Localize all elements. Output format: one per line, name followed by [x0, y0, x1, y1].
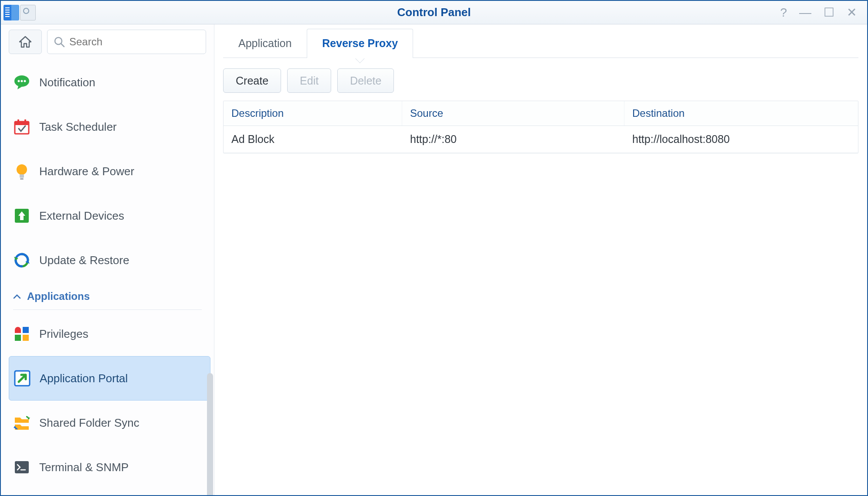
home-icon: [19, 36, 32, 48]
sidebar-item-label: Privileges: [39, 327, 88, 341]
sidebar-item-hardware-power[interactable]: Hardware & Power: [1, 149, 214, 194]
sidebar-item-external-devices[interactable]: External Devices: [1, 194, 214, 238]
svg-rect-16: [23, 335, 29, 341]
sidebar-item-label: Shared Folder Sync: [39, 416, 139, 430]
tab-reverse-proxy[interactable]: Reverse Proxy: [307, 29, 413, 58]
col-destination[interactable]: Destination: [624, 101, 858, 126]
cell-source: http://*:80: [402, 126, 624, 153]
toolbar: Create Edit Delete: [214, 58, 858, 101]
help-icon[interactable]: ?: [780, 7, 787, 19]
svg-point-4: [21, 80, 23, 82]
titlebar-app-icons: [1, 5, 36, 20]
lightbulb-icon: [13, 163, 31, 180]
svg-rect-15: [15, 335, 21, 341]
tab-application[interactable]: Application: [223, 29, 307, 58]
svg-point-5: [24, 80, 26, 82]
sidebar: Notification Task Scheduler Hardware & P…: [1, 24, 214, 495]
svg-rect-9: [24, 119, 26, 123]
home-button[interactable]: [9, 30, 42, 54]
col-source[interactable]: Source: [402, 101, 624, 126]
close-icon[interactable]: ✕: [847, 7, 857, 19]
svg-rect-7: [15, 122, 29, 125]
search-icon: [54, 36, 65, 48]
search-input[interactable]: [69, 36, 200, 48]
svg-point-3: [18, 80, 20, 82]
svg-rect-8: [17, 119, 19, 123]
titlebar: Control Panel ? — ☐ ✕: [1, 1, 867, 24]
calendar-check-icon: [13, 118, 31, 136]
sidebar-item-shared-folder-sync[interactable]: Shared Folder Sync: [1, 401, 214, 445]
svg-line-1: [61, 44, 64, 47]
reverse-proxy-grid: Description Source Destination Ad Block …: [223, 101, 858, 153]
sidebar-item-update-restore[interactable]: Update & Restore: [1, 238, 214, 282]
shortcut-icon: [14, 370, 31, 387]
privileges-icon: [13, 325, 31, 343]
sidebar-item-application-portal[interactable]: Application Portal: [9, 356, 210, 401]
folder-sync-icon: [13, 414, 31, 431]
sidebar-list: Notification Task Scheduler Hardware & P…: [1, 60, 214, 495]
sidebar-item-label: Hardware & Power: [39, 165, 134, 178]
svg-rect-17: [16, 330, 20, 333]
sidebar-item-label: External Devices: [39, 209, 124, 223]
svg-rect-19: [15, 461, 29, 473]
control-panel-window: Control Panel ? — ☐ ✕: [0, 0, 868, 496]
scrollbar-thumb[interactable]: [207, 373, 213, 495]
sidebar-item-label: Application Portal: [40, 372, 128, 385]
sidebar-item-terminal-snmp[interactable]: Terminal & SNMP: [1, 445, 214, 489]
search-field[interactable]: [47, 30, 206, 54]
edit-button[interactable]: Edit: [287, 68, 331, 93]
maximize-icon[interactable]: ☐: [824, 7, 834, 19]
sidebar-section-applications[interactable]: Applications: [1, 282, 214, 307]
col-description[interactable]: Description: [224, 101, 402, 126]
window-controls: ? — ☐ ✕: [780, 7, 867, 19]
section-divider: [13, 309, 202, 310]
tab-label: Application: [238, 37, 292, 49]
grid-header: Description Source Destination: [224, 101, 858, 126]
sidebar-item-label: Terminal & SNMP: [39, 461, 129, 474]
terminal-icon: [13, 459, 31, 476]
sidebar-item-label: Notification: [39, 76, 95, 89]
cell-description: Ad Block: [224, 126, 402, 153]
main-content: Application Reverse Proxy Create Edit De…: [214, 24, 867, 495]
delete-button[interactable]: Delete: [337, 68, 394, 93]
table-row[interactable]: Ad Block http://*:80 http://localhost:80…: [224, 126, 858, 153]
sidebar-item-label: Update & Restore: [39, 254, 129, 267]
refresh-icon: [13, 251, 31, 269]
sidebar-item-task-scheduler[interactable]: Task Scheduler: [1, 105, 214, 149]
speech-bubble-icon: [13, 74, 31, 91]
sidebar-item-label: Task Scheduler: [39, 120, 117, 134]
tab-label: Reverse Proxy: [322, 37, 398, 49]
minimize-icon[interactable]: —: [799, 7, 811, 19]
svg-rect-14: [23, 327, 29, 333]
svg-rect-11: [20, 174, 24, 178]
cell-destination: http://localhost:8080: [624, 126, 858, 153]
chevron-up-icon: [13, 294, 21, 299]
sidebar-item-notification[interactable]: Notification: [1, 60, 214, 105]
app-icon-settings: [20, 5, 36, 20]
svg-point-10: [17, 164, 27, 175]
sidebar-item-privileges[interactable]: Privileges: [1, 312, 214, 356]
svg-rect-12: [20, 178, 24, 180]
create-button[interactable]: Create: [223, 68, 281, 93]
tab-bar: Application Reverse Proxy: [223, 29, 858, 58]
upload-device-icon: [13, 207, 31, 224]
window-title: Control Panel: [397, 6, 471, 19]
app-icon-list: [3, 5, 19, 20]
sidebar-section-label: Applications: [27, 290, 90, 302]
